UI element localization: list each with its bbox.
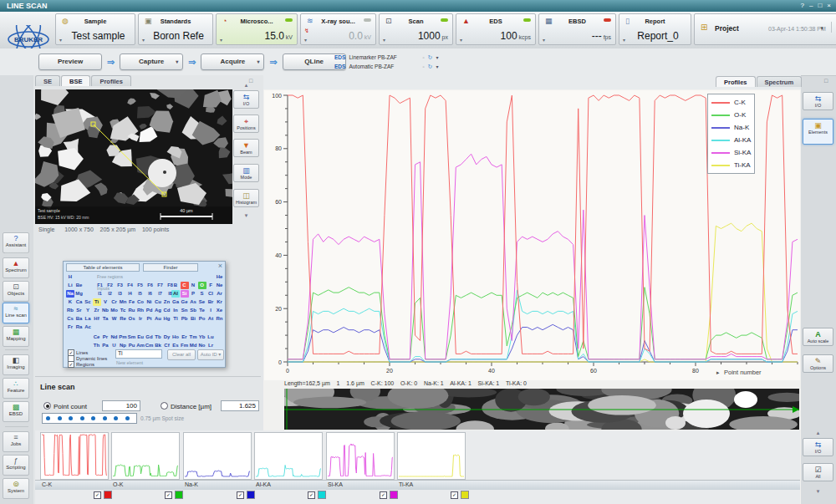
tab-profiles[interactable]: Profiles	[91, 75, 131, 86]
element-cell-Fe[interactable]: Fe	[128, 298, 136, 306]
element-cell-Pu[interactable]: Pu	[128, 342, 136, 349]
element-cell-Ho[interactable]: Ho	[171, 333, 180, 341]
element-cell-Sr[interactable]: Sr	[75, 307, 84, 314]
chevron-down-icon[interactable]: ▾	[436, 64, 438, 69]
free-region-F4[interactable]: F4	[125, 283, 135, 288]
clear-all-button[interactable]: Clear all	[167, 349, 196, 360]
element-cell-Rh[interactable]: Rh	[136, 307, 145, 314]
element-cell-Cu[interactable]: Cu	[154, 298, 162, 306]
right-tool-io[interactable]: ⇆I/O	[803, 92, 833, 110]
element-cell-Ti[interactable]: Ti	[93, 298, 101, 306]
element-cell-Pd[interactable]: Pd	[145, 307, 154, 314]
element-cell-Ru[interactable]: Ru	[128, 307, 136, 314]
element-cell-Md[interactable]: Md	[189, 342, 197, 349]
method-row[interactable]: EDSLinemarker PB-ZAF▫↻▾	[334, 53, 438, 62]
element-cell-O[interactable]: O	[198, 282, 206, 289]
element-cell-Nd[interactable]: Nd	[110, 333, 119, 341]
element-cell-Zr[interactable]: Zr	[93, 307, 101, 314]
image-tool-beam[interactable]: ▼Beam	[233, 139, 259, 157]
spot-size-slider[interactable]	[42, 413, 137, 424]
list-icon[interactable]: ▫	[422, 55, 424, 60]
element-cell-Sm[interactable]: Sm	[128, 333, 136, 341]
panel-sample[interactable]: ◍Sample▾Test sample	[55, 13, 135, 45]
refresh-icon[interactable]: ↻	[428, 64, 433, 70]
element-cell-P[interactable]: P	[189, 290, 197, 298]
element-cell-Po[interactable]: Po	[198, 315, 206, 323]
free-region-F8[interactable]: F8	[166, 283, 175, 288]
panel-report[interactable]: ▯Report▾Report_0	[619, 13, 691, 45]
image-tool-io[interactable]: ⇆I/O	[233, 90, 259, 109]
element-cell-Ir[interactable]: Ir	[136, 315, 145, 323]
chevron-down-icon[interactable]: ▾	[304, 37, 307, 43]
distance-radio[interactable]	[161, 402, 168, 410]
free-region-F3[interactable]: F3	[115, 283, 125, 288]
element-cell-Fr[interactable]: Fr	[66, 323, 74, 331]
element-cell-Hf[interactable]: Hf	[93, 315, 101, 323]
point-count-radio[interactable]	[43, 402, 51, 410]
right-tool-autoscale[interactable]: AAuto scale	[803, 328, 833, 346]
mini-chart-toggle-Ti-KA[interactable]: ✓	[451, 491, 469, 499]
image-tool-positions[interactable]: ⌖Positions	[233, 115, 259, 133]
tab-finder[interactable]: Finder	[143, 263, 198, 272]
element-cell-Na[interactable]: Na	[66, 290, 74, 298]
element-cell-Mg[interactable]: Mg	[75, 290, 84, 298]
sidebar-item-objects[interactable]: ⊡Objects	[3, 281, 29, 302]
element-cell-C[interactable]: C	[181, 282, 189, 289]
element-cell-Lu[interactable]: Lu	[206, 333, 215, 341]
element-cell-Li[interactable]: Li	[66, 282, 74, 289]
element-cell-Nb[interactable]: Nb	[101, 307, 110, 314]
list-icon[interactable]: ▫	[422, 64, 424, 69]
distance-option[interactable]: Distance [µm]	[161, 402, 212, 410]
element-cell-Tb[interactable]: Tb	[154, 333, 162, 341]
element-cell-Th[interactable]: Th	[93, 342, 101, 349]
element-cell-S[interactable]: S	[198, 290, 206, 298]
panel-project[interactable]: ⊞Project03-Apr-14 1:50:38 PM▾⇆	[694, 13, 836, 45]
chevron-down-icon[interactable]: ▾	[142, 37, 145, 43]
sidebar-item-scripting[interactable]: ƒScripting	[3, 455, 29, 476]
collapse-icon[interactable]: □	[824, 78, 828, 84]
tab-bse[interactable]: BSE	[61, 75, 90, 86]
point-count-field[interactable]: 100	[102, 400, 140, 411]
element-cell-Sb[interactable]: Sb	[189, 307, 197, 314]
element-cell-As[interactable]: As	[189, 298, 197, 306]
input-region-I8[interactable]: I8	[166, 291, 175, 296]
mini-chart-toggle-Si-KA[interactable]: ✓	[380, 491, 398, 499]
element-cell-Pr[interactable]: Pr	[101, 333, 110, 341]
sidebar-item-assistant[interactable]: ?Assistant	[3, 232, 29, 253]
element-cell-W[interactable]: W	[110, 315, 119, 323]
element-cell-Ca[interactable]: Ca	[75, 298, 84, 306]
checkbox-box[interactable]: ✓	[237, 491, 244, 499]
element-cell-Os[interactable]: Os	[128, 315, 136, 323]
tab-profiles[interactable]: Profiles	[716, 76, 756, 87]
element-cell-Zn[interactable]: Zn	[163, 298, 171, 306]
element-cell-Lr[interactable]: Lr	[206, 342, 215, 349]
chevron-down-icon[interactable]: ▾	[436, 54, 438, 60]
image-tool-histogram[interactable]: ◫Histogram	[233, 189, 259, 207]
element-cell-K[interactable]: K	[66, 298, 74, 306]
checkbox-box[interactable]: ✓	[451, 491, 458, 499]
element-cell-He[interactable]: He	[216, 273, 224, 281]
element-cell-At[interactable]: At	[206, 315, 215, 323]
element-cell-Tl[interactable]: Tl	[171, 315, 180, 323]
element-cell-V[interactable]: V	[101, 298, 110, 306]
restore-icon[interactable]: □	[818, 2, 822, 9]
element-cell-Sc[interactable]: Sc	[84, 298, 92, 306]
element-cell-Er[interactable]: Er	[181, 333, 189, 341]
element-cell-H[interactable]: H	[66, 273, 74, 281]
element-cell-Cr[interactable]: Cr	[110, 298, 119, 306]
element-cell-Bk[interactable]: Bk	[154, 342, 162, 349]
input-region-I1[interactable]: I1	[95, 291, 104, 296]
close-icon[interactable]: ×	[827, 2, 831, 9]
element-cell-Ac[interactable]: Ac	[84, 323, 92, 331]
chevron-down-icon[interactable]: ▾	[820, 25, 823, 32]
input-region-I2[interactable]: I2	[105, 291, 115, 296]
checkbox-box[interactable]: ✓	[68, 361, 74, 368]
element-cell-Xe[interactable]: Xe	[216, 307, 224, 314]
element-cell-Ba[interactable]: Ba	[75, 315, 84, 323]
checkbox-box[interactable]: ✓	[380, 491, 387, 499]
input-region-I4[interactable]: I4	[125, 291, 135, 296]
sidebar-item-jobs[interactable]: ≡Jobs	[3, 431, 29, 452]
sidebar-item-ebsd[interactable]: ▩EBSD	[3, 401, 29, 422]
right-tool-io[interactable]: ⇆I/O	[803, 438, 833, 456]
element-cell-Ag[interactable]: Ag	[154, 307, 162, 314]
